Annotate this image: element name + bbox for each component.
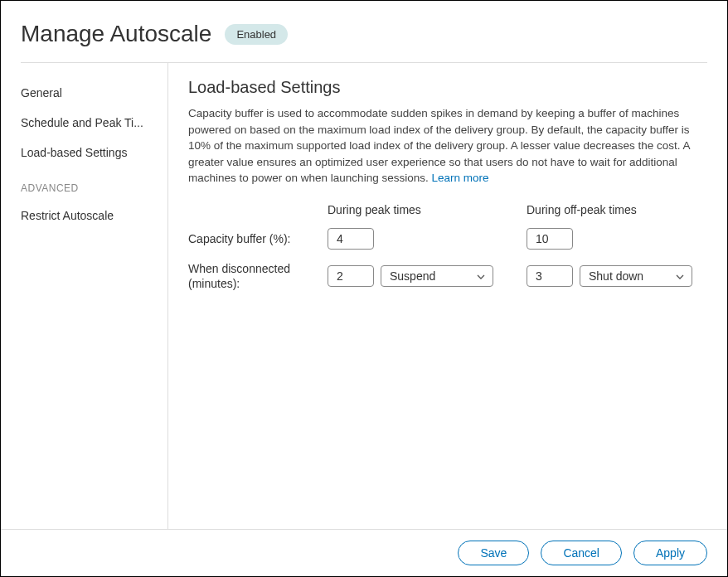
- input-disconnected-offpeak-minutes[interactable]: [527, 265, 573, 287]
- col-header-offpeak: During off-peak times: [527, 203, 692, 216]
- sidebar-section-advanced: ADVANCED: [21, 167, 158, 201]
- input-disconnected-peak-minutes[interactable]: [328, 265, 374, 287]
- status-badge: Enabled: [225, 24, 288, 45]
- sidebar-item-schedule-peak[interactable]: Schedule and Peak Ti...: [21, 108, 158, 138]
- sidebar: General Schedule and Peak Ti... Load-bas…: [21, 63, 168, 529]
- col-header-peak: During peak times: [328, 203, 493, 216]
- section-description: Capacity buffer is used to accommodate s…: [188, 105, 707, 187]
- header: Manage Autoscale Enabled: [1, 1, 727, 62]
- chevron-down-icon: [675, 271, 685, 281]
- select-value: Shut down: [589, 269, 643, 283]
- apply-button[interactable]: Apply: [633, 541, 707, 565]
- sidebar-item-load-based[interactable]: Load-based Settings: [21, 138, 158, 167]
- footer: Save Cancel Apply: [1, 529, 727, 576]
- learn-more-link[interactable]: Learn more: [431, 172, 488, 184]
- sidebar-item-restrict-autoscale[interactable]: Restrict Autoscale: [21, 201, 158, 230]
- cancel-button[interactable]: Cancel: [541, 541, 622, 565]
- input-capacity-buffer-peak[interactable]: [328, 228, 374, 250]
- select-value: Suspend: [390, 269, 435, 283]
- input-capacity-buffer-offpeak[interactable]: [527, 228, 573, 250]
- page-title: Manage Autoscale: [21, 21, 211, 47]
- save-button[interactable]: Save: [458, 541, 529, 565]
- select-disconnected-offpeak-action[interactable]: Shut down: [580, 265, 692, 287]
- main-content: Load-based Settings Capacity buffer is u…: [168, 63, 707, 529]
- section-heading: Load-based Settings: [188, 78, 707, 97]
- sidebar-item-general[interactable]: General: [21, 78, 158, 108]
- label-when-disconnected: When disconnected (minutes):: [188, 261, 328, 291]
- settings-grid: During peak times During off-peak times …: [188, 203, 707, 291]
- select-disconnected-peak-action[interactable]: Suspend: [381, 265, 493, 287]
- chevron-down-icon: [476, 271, 486, 281]
- body: General Schedule and Peak Ti... Load-bas…: [1, 63, 727, 529]
- label-capacity-buffer: Capacity buffer (%):: [188, 231, 328, 246]
